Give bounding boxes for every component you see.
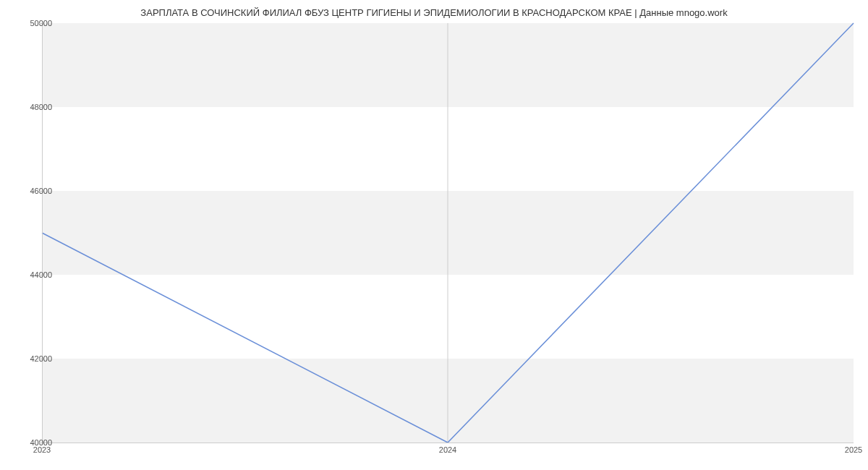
chart-title: ЗАРПЛАТА В СОЧИНСКИЙ ФИЛИАЛ ФБУЗ ЦЕНТР Г… — [0, 7, 868, 18]
x-tick-label: 2023 — [33, 445, 51, 454]
y-tick-mark — [38, 275, 42, 275]
y-axis — [42, 23, 43, 443]
x-axis — [42, 443, 854, 443]
x-tick-label: 2024 — [439, 445, 456, 454]
plot-area — [42, 23, 854, 443]
y-tick-mark — [38, 359, 42, 359]
data-line — [42, 23, 854, 443]
y-tick-mark — [38, 23, 42, 24]
y-tick-mark — [38, 443, 42, 443]
salary-chart: ЗАРПЛАТА В СОЧИНСКИЙ ФИЛИАЛ ФБУЗ ЦЕНТР Г… — [0, 0, 868, 470]
y-tick-mark — [38, 191, 42, 192]
x-tick-label: 2025 — [845, 445, 862, 454]
y-tick-mark — [38, 107, 42, 108]
